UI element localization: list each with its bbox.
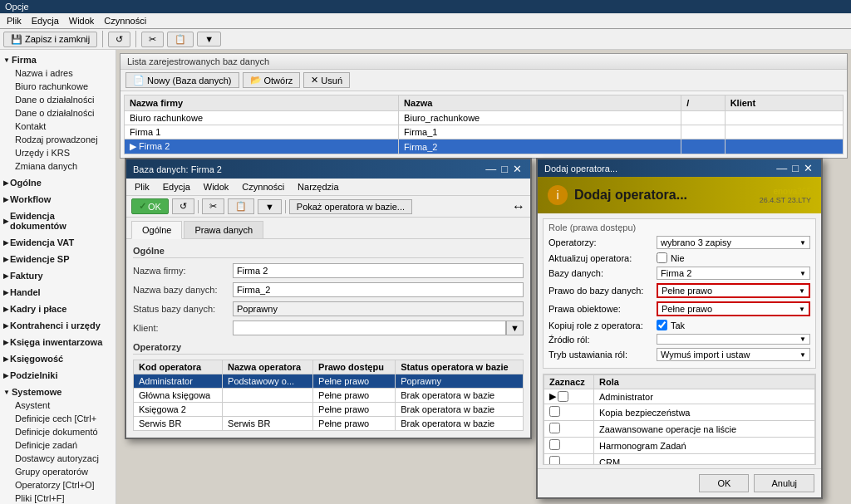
input-nazwa-bazy[interactable] xyxy=(233,282,524,297)
baza-close-button[interactable]: ✕ xyxy=(511,163,524,175)
baza-menu-plik[interactable]: Plik xyxy=(130,180,155,193)
save-close-button[interactable]: 💾 Zapisz i zamknij xyxy=(3,32,97,47)
delete-db-button[interactable]: ✕ Usuń xyxy=(303,72,350,88)
roles-row-5[interactable]: CRM xyxy=(544,454,815,466)
klient-dropdown-btn[interactable]: ▼ xyxy=(506,321,524,335)
sidebar-item-biuro[interactable]: Biuro rachunkowe xyxy=(0,80,116,93)
roles-row-4[interactable]: Harmonogram Zadań xyxy=(544,438,815,454)
sidebar-item-zmiana[interactable]: Zmiana danych xyxy=(0,159,116,173)
sidebar-group-ksiegowosc-header[interactable]: ▶ Księgowość xyxy=(0,352,116,365)
op-row-3[interactable]: Księgowa 2 Pełne prawo Brak operatora w … xyxy=(134,403,524,417)
sidebar-item-nazwa[interactable]: Nazwa i adres xyxy=(0,66,116,80)
expand-icon[interactable]: ↔ xyxy=(512,199,525,214)
role-checkbox-5[interactable] xyxy=(549,456,560,465)
sidebar-group-workflow-header[interactable]: ▶ Workflow xyxy=(0,193,116,206)
table-row-selected[interactable]: ▶ Firma 2 Firma_2 xyxy=(125,139,844,154)
menu-plik[interactable]: Plik xyxy=(2,14,27,27)
pokaz-operatora-btn[interactable]: Pokaż operatora w bazie... xyxy=(289,199,412,214)
sidebar-item-grupy-op[interactable]: Grupy operatorów xyxy=(0,465,116,478)
roles-row-1[interactable]: ▶ Administrator xyxy=(544,389,815,404)
sidebar-group-ewidencja-dok-header[interactable]: ▶ Ewidencja dokumentów xyxy=(0,209,116,232)
checkbox-kopiuj[interactable] xyxy=(657,320,667,330)
dodaj-cancel-button[interactable]: Anuluj xyxy=(754,474,814,492)
sidebar-item-dane1[interactable]: Dane o działalności xyxy=(0,93,116,106)
dodaj-close-button[interactable]: ✕ xyxy=(802,162,814,174)
tab-prawa-danych[interactable]: Prawa danych xyxy=(184,221,263,238)
baza-tool-btn[interactable]: ✂ xyxy=(202,198,224,214)
role-dropdown-bazy[interactable]: Firma 2 ▼ xyxy=(657,267,810,280)
menu-edycja[interactable]: Edycja xyxy=(27,14,64,27)
open-db-button[interactable]: 📂 Otwórz xyxy=(243,72,301,88)
sidebar-item-def-dok[interactable]: Definicje dokumentó xyxy=(0,425,116,438)
sidebar-group-handel-header[interactable]: ▶ Handel xyxy=(0,286,116,299)
dodaj-maximize-button[interactable]: □ xyxy=(790,162,800,174)
role-dropdown-tryb[interactable]: Wymuś import i ustaw ▼ xyxy=(657,348,810,361)
baza-maximize-button[interactable]: □ xyxy=(499,163,509,175)
baza-menu-widok[interactable]: Widok xyxy=(199,180,234,193)
baza-refresh-btn[interactable]: ↺ xyxy=(172,198,194,214)
checkbox-aktualizuj[interactable] xyxy=(657,252,667,263)
sidebar-group-ogolne-header[interactable]: ▶ Ogólne xyxy=(0,176,116,189)
sidebar-item-dostawcy[interactable]: Dostawcy autoryzacj xyxy=(0,452,116,465)
role-checkbox-3[interactable] xyxy=(549,423,560,433)
menu-czynnosci[interactable]: Czynności xyxy=(99,14,151,27)
sidebar-item-pliki[interactable]: Pliki [Ctrl+F] xyxy=(0,492,116,504)
baza-menu-edycja[interactable]: Edycja xyxy=(158,180,195,193)
sidebar-group-firma-header[interactable]: ▼ Firma xyxy=(0,53,116,66)
sidebar-item-dane2[interactable]: Dane o działalności xyxy=(0,106,116,120)
role-checkbox-2[interactable] xyxy=(549,406,560,417)
checkbox-kopiuj-label: Tak xyxy=(671,321,685,330)
sidebar-item-operatorzy[interactable]: Operatorzy [Ctrl+O] xyxy=(0,478,116,492)
table-row[interactable]: Firma 1 Firma_1 xyxy=(125,125,844,139)
baza-dropdown-btn[interactable]: ▼ xyxy=(258,199,282,214)
tab-ogolne[interactable]: Ogólne xyxy=(131,221,182,239)
ok-button[interactable]: ✓OK xyxy=(131,198,169,214)
op-col-nazwa: Nazwa operatora xyxy=(223,360,313,374)
toolbar-separator xyxy=(102,31,103,47)
sidebar-group-kontrahenci-header[interactable]: ▶ Kontrahenci i urzędy xyxy=(0,319,116,332)
sidebar-item-asystent[interactable]: Asystent xyxy=(0,399,116,412)
tool-btn-3[interactable]: ▼ xyxy=(197,32,221,46)
baza-menu-narzedzia[interactable]: Narzędzia xyxy=(293,180,344,193)
new-icon: 📄 xyxy=(133,75,145,86)
sidebar-group-systemowe-header[interactable]: ▼ Systemowe xyxy=(0,385,116,399)
baza-minimize-button[interactable]: — xyxy=(484,163,498,175)
input-nazwa-firmy[interactable] xyxy=(233,263,524,278)
sidebar-group-kadry-header[interactable]: ▶ Kadry i płace xyxy=(0,302,116,316)
tool-btn-2[interactable]: 📋 xyxy=(167,32,194,47)
dodaj-titlebar: Dodaj operatora... — □ ✕ xyxy=(538,159,821,177)
role-dropdown-prawa-obiektowe[interactable]: Pełne prawo ▼ xyxy=(657,301,810,316)
new-db-button[interactable]: 📄 Nowy (Baza danych) xyxy=(125,72,239,88)
baza-copy-btn[interactable]: 📋 xyxy=(228,198,254,214)
sidebar-group-ewidencja-vat-header[interactable]: ▶ Ewidencja VAT xyxy=(0,236,116,249)
sidebar-group-faktury-header[interactable]: ▶ Faktury xyxy=(0,269,116,282)
sidebar-group-ksiega-header[interactable]: ▶ Księga inwentarzowa xyxy=(0,335,116,349)
role-dropdown-operatorzy[interactable]: wybrano 3 zapisy ▼ xyxy=(657,236,810,249)
refresh-button[interactable]: ↺ xyxy=(108,32,130,47)
sidebar-group-podzielniki-header[interactable]: ▶ Podzielniki xyxy=(0,369,116,382)
roles-row-3[interactable]: Zaawansowane operacje na liście xyxy=(544,421,815,438)
collapse-icon-11: ▶ xyxy=(3,339,8,346)
baza-menu-czynnosci[interactable]: Czynności xyxy=(237,180,289,193)
sidebar-item-def-cech[interactable]: Definicje cech [Ctrl+ xyxy=(0,412,116,425)
sidebar-item-urzedy[interactable]: Urzędy i KRS xyxy=(0,146,116,159)
role-dropdown-prawo-bazy[interactable]: Pełne prawo ▼ xyxy=(657,283,810,298)
roles-row-2[interactable]: Kopia bezpieczeństwa xyxy=(544,404,815,421)
op-row-4[interactable]: Serwis BR Serwis BR Pełne prawo Brak ope… xyxy=(134,417,524,431)
sidebar-group-ewidencje-sp-header[interactable]: ▶ Ewidencje SP xyxy=(0,252,116,266)
role-dropdown-zrodlo[interactable]: ▼ xyxy=(657,334,810,345)
tool-btn-1[interactable]: ✂ xyxy=(141,32,164,47)
role-checkbox-1[interactable] xyxy=(558,391,568,402)
dodaj-minimize-button[interactable]: — xyxy=(775,162,789,174)
sidebar-item-kontakt[interactable]: Kontakt xyxy=(0,120,116,133)
input-klient[interactable] xyxy=(233,321,506,335)
sidebar-item-rodzaj[interactable]: Rodzaj prowadzonej xyxy=(0,133,116,146)
op-row-2[interactable]: Główna księgowa Pełne prawo Brak operato… xyxy=(134,389,524,403)
menu-widok[interactable]: Widok xyxy=(64,14,100,27)
dodaj-ok-button[interactable]: OK xyxy=(699,474,749,492)
role-checkbox-4[interactable] xyxy=(549,439,560,450)
op-row-1[interactable]: Administrator Podstawowy o... Pełne praw… xyxy=(134,374,524,389)
sidebar-group-ewidencja-dok: ▶ Ewidencja dokumentów xyxy=(0,208,116,234)
sidebar-item-def-zad[interactable]: Definicje zadań xyxy=(0,438,116,452)
table-row[interactable]: Biuro rachunkowe Biuro_rachunkowe xyxy=(125,111,844,125)
